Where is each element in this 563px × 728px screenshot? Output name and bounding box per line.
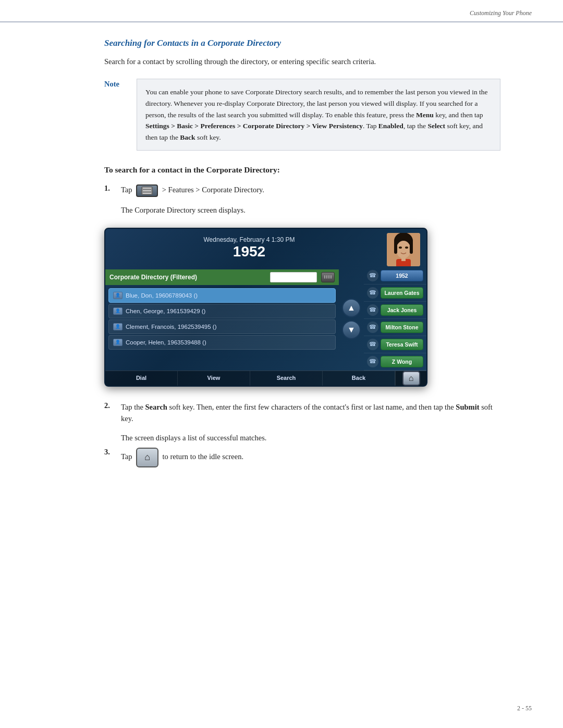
contact-list: 👤 Blue, Don, 19606789043 () 👤 Chen, Geor… bbox=[105, 287, 339, 352]
scroll-arrows: ▲ ▼ bbox=[339, 267, 364, 371]
svg-point-9 bbox=[405, 246, 408, 249]
svg-rect-0 bbox=[143, 188, 151, 189]
header-text: Customizing Your Phone bbox=[470, 9, 532, 17]
speed-dial-lauren-gates[interactable]: ☎ Lauren Gates bbox=[364, 285, 426, 302]
step-number-2: 2. bbox=[104, 401, 116, 410]
note-label: Note bbox=[104, 79, 124, 151]
steps-list-2: 2. Tap the Search soft key. Then, enter … bbox=[104, 401, 500, 425]
scroll-down-arrow[interactable]: ▼ bbox=[342, 320, 361, 339]
step-1: 1. Tap > Features > Corporate Directory. bbox=[104, 184, 500, 197]
speed-dial-phone-icon-3: ☎ bbox=[367, 304, 378, 316]
softkey-dial[interactable]: Dial bbox=[105, 371, 178, 386]
svg-rect-1 bbox=[143, 190, 151, 191]
speed-dial-phone-icon-6: ☎ bbox=[367, 356, 378, 367]
speed-dial-btn-milton[interactable]: Milton Stone bbox=[381, 322, 423, 333]
phone-top-bar: Wednesday, February 4 1:30 PM 1952 bbox=[105, 229, 426, 267]
svg-point-5 bbox=[396, 241, 411, 258]
speed-dial-phone-icon-1: ☎ bbox=[367, 270, 378, 281]
phone-bottom-bar: Dial View Search Back ⌂ bbox=[105, 371, 426, 386]
step-3: 3. Tap ⌂ to return to the idle screen. bbox=[104, 448, 500, 467]
contact-item-3[interactable]: 👤 Clement, Francois, 1962539495 () bbox=[108, 319, 336, 334]
contact-icon-4: 👤 bbox=[113, 339, 123, 346]
contact-icon-2: 👤 bbox=[113, 307, 123, 315]
subsection-title: To search for a contact in the Corporate… bbox=[104, 165, 500, 175]
home-button-wrap: ⌂ bbox=[395, 371, 426, 386]
corp-dir-label: Corporate Directory (Filtered) bbox=[109, 274, 266, 281]
step-2-subtext: The screen displays a list of successful… bbox=[121, 432, 500, 443]
phone-avatar bbox=[387, 233, 420, 266]
contact-icon-1: 👤 bbox=[113, 292, 123, 299]
step-1-suffix: > Features > Corporate Directory. bbox=[162, 186, 264, 194]
speed-dial-phone-icon-2: ☎ bbox=[367, 287, 378, 299]
keyboard-dots bbox=[324, 276, 332, 278]
step-2: 2. Tap the Search soft key. Then, enter … bbox=[104, 401, 500, 425]
contact-item-2[interactable]: 👤 Chen, George, 1961539429 () bbox=[108, 304, 336, 318]
menu-button-icon[interactable] bbox=[136, 184, 158, 197]
phone-extension: 1952 bbox=[233, 243, 265, 260]
step-1-text: Tap > Features > Corporate Directory. bbox=[121, 184, 264, 197]
svg-rect-2 bbox=[143, 193, 151, 194]
step-number-1: 1. bbox=[104, 184, 116, 193]
svg-rect-11 bbox=[401, 257, 406, 261]
softkey-back[interactable]: Back bbox=[323, 371, 395, 386]
speed-dial-phone-icon-5: ☎ bbox=[367, 339, 378, 350]
menu-icon bbox=[141, 187, 153, 195]
speed-dial-phone-icon-4: ☎ bbox=[367, 322, 378, 333]
contact-name-2: Chen, George, 1961539429 () bbox=[126, 308, 205, 314]
note-box: Note You can enable your phone to save C… bbox=[104, 79, 500, 151]
corp-dir-search-input[interactable] bbox=[270, 272, 317, 282]
contact-name-1: Blue, Don, 19606789043 () bbox=[126, 292, 198, 299]
contact-name-3: Clement, Francois, 1962539495 () bbox=[126, 324, 217, 330]
speed-dial-1952[interactable]: ☎ 1952 bbox=[364, 267, 426, 285]
svg-rect-7 bbox=[410, 239, 413, 254]
phone-left-panel: Corporate Directory (Filtered) bbox=[105, 267, 339, 371]
speed-dial-milton-stone[interactable]: ☎ Milton Stone bbox=[364, 319, 426, 336]
scroll-up-arrow[interactable]: ▲ bbox=[342, 299, 361, 317]
steps-list: 1. Tap > Features > Corporate Directory. bbox=[104, 184, 500, 197]
home-button[interactable]: ⌂ bbox=[402, 371, 420, 386]
speed-dial-btn-lauren[interactable]: Lauren Gates bbox=[381, 287, 423, 299]
page-number: 2 - 55 bbox=[517, 705, 532, 712]
step-3-suffix: to return to the idle screen. bbox=[163, 452, 243, 461]
step-3-text: Tap ⌂ to return to the idle screen. bbox=[121, 448, 243, 467]
main-content: Searching for Contacts in a Corporate Di… bbox=[0, 22, 563, 496]
section-title: Searching for Contacts in a Corporate Di… bbox=[104, 38, 500, 48]
softkey-search[interactable]: Search bbox=[250, 371, 323, 386]
speed-dial-btn-jack[interactable]: Jack Jones bbox=[381, 304, 423, 316]
phone-right-panel: ☎ 1952 ☎ Lauren Gates ☎ Jack Jones ☎ Mil… bbox=[364, 267, 426, 371]
softkey-view[interactable]: View bbox=[178, 371, 250, 386]
keyboard-icon[interactable] bbox=[321, 272, 335, 282]
home-inline-button[interactable]: ⌂ bbox=[136, 448, 158, 467]
phone-screen: Wednesday, February 4 1:30 PM 1952 bbox=[104, 228, 427, 387]
phone-datetime: Wednesday, February 4 1:30 PM bbox=[204, 235, 295, 243]
svg-rect-6 bbox=[394, 239, 397, 254]
note-content: You can enable your phone to save Corpor… bbox=[137, 79, 500, 151]
speed-dial-btn-1952[interactable]: 1952 bbox=[381, 270, 423, 281]
step-1-subtext: The Corporate Directory screen displays. bbox=[121, 204, 500, 216]
phone-screen-container: Corporate Directory (Filtered) bbox=[105, 267, 426, 371]
steps-list-3: 3. Tap ⌂ to return to the idle screen. bbox=[104, 448, 500, 467]
contact-name-4: Cooper, Helen, 1963539488 () bbox=[126, 339, 206, 346]
corp-dir-bar: Corporate Directory (Filtered) bbox=[105, 269, 339, 285]
speed-dial-teresa-swift[interactable]: ☎ Teresa Swift bbox=[364, 336, 426, 353]
contact-item-4[interactable]: 👤 Cooper, Helen, 1963539488 () bbox=[108, 335, 336, 350]
speed-dial-jack-jones[interactable]: ☎ Jack Jones bbox=[364, 302, 426, 319]
contact-item-1[interactable]: 👤 Blue, Don, 19606789043 () bbox=[108, 288, 336, 303]
intro-text: Search for a contact by scrolling throug… bbox=[104, 56, 500, 67]
contact-icon-3: 👤 bbox=[113, 323, 123, 330]
speed-dial-btn-teresa[interactable]: Teresa Swift bbox=[381, 339, 423, 350]
svg-point-8 bbox=[399, 246, 402, 249]
step-number-3: 3. bbox=[104, 448, 116, 456]
step-2-text: Tap the Search soft key. Then, enter the… bbox=[121, 401, 500, 425]
page-header: Customizing Your Phone bbox=[0, 0, 563, 22]
speed-dial-z-wong[interactable]: ☎ Z Wong bbox=[364, 353, 426, 371]
speed-dial-btn-wong[interactable]: Z Wong bbox=[381, 356, 423, 367]
page-footer: 2 - 55 bbox=[517, 705, 532, 712]
